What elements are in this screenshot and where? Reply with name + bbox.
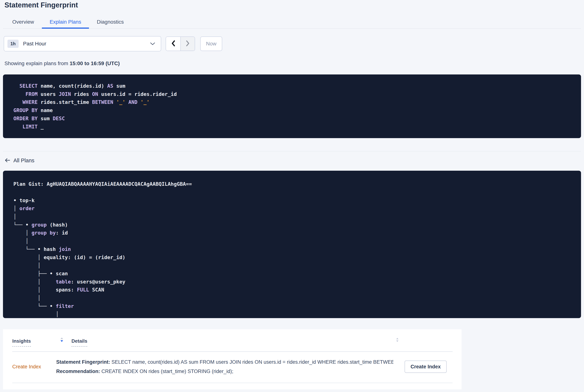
code-line: ORDER BY sum DESC (13, 114, 574, 123)
code-line: WHERE rides.start_time BETWEEN '_' AND '… (13, 98, 574, 106)
code-line: │ (13, 310, 571, 318)
column-header-details: Details (71, 338, 87, 346)
plan-gist-line: Plan Gist: AgHUAQIABQAAAAHYAQIAiAEAAAADC… (13, 180, 571, 188)
chevron-down-icon (150, 42, 155, 45)
statement-fingerprint-label: Statement Fingerprint: (56, 359, 110, 365)
arrow-left-icon (4, 158, 10, 164)
details-cell: Statement Fingerprint: SELECT name, coun… (56, 359, 393, 374)
sql-statement-block: SELECT name, count(rides.id) AS sum FROM… (3, 74, 581, 138)
chevron-left-icon (171, 40, 175, 48)
time-pager (166, 36, 195, 51)
time-interval-badge: 1h (7, 40, 18, 48)
code-line: FROM users JOIN rides ON users.id = ride… (13, 90, 574, 98)
chevron-right-icon (186, 40, 190, 48)
plan-tree: • top-k│ order│└── • group (hash) │ grou… (13, 196, 571, 318)
code-line: GROUP BY name (13, 106, 574, 114)
insights-column-label[interactable]: Insights (12, 338, 31, 346)
time-interval-label: Past Hour (23, 41, 46, 47)
code-line: └── • group (hash) (13, 221, 571, 229)
page-title: Statement Fingerprint (4, 1, 581, 9)
code-line: SELECT name, count(rides.id) AS sum (13, 82, 574, 90)
code-line: │ order (13, 204, 571, 212)
code-line (13, 188, 571, 196)
code-line: │ (13, 261, 571, 270)
insights-table-header: Insights Details (12, 338, 453, 346)
recommendation-label: Recommendation: (56, 368, 100, 374)
all-plans-link[interactable]: All Plans (4, 158, 34, 164)
recommendation-text: CREATE INDEX ON rides (start_time) STORI… (100, 368, 233, 374)
plan-gist-block: Plan Gist: AgHUAQIABQAAAAHYAQIAiAEAAAADC… (3, 171, 581, 318)
statement-fingerprint-text: SELECT name, count(rides.id) AS sum FROM… (110, 359, 393, 365)
next-time-button[interactable] (180, 37, 195, 51)
showing-plans-range: 15:00 to 16:59 (UTC) (70, 60, 120, 66)
code-line: • top-k (13, 196, 571, 204)
code-line: │ spans: FULL SCAN (13, 286, 571, 294)
code-line: ├── • scan (13, 270, 571, 278)
details-column-label[interactable]: Details (71, 338, 87, 346)
showing-plans-text: Showing explain plans from 15:00 to 16:5… (4, 60, 581, 67)
insights-card: Insights Details Create Index (3, 329, 462, 390)
code-line: │ table: users@users_pkey (13, 278, 571, 286)
section-divider (3, 151, 581, 152)
tab-explain-plans[interactable]: Explain Plans (42, 16, 89, 29)
tab-diagnostics[interactable]: Diagnostics (89, 16, 132, 29)
column-header-insights: Insights (12, 338, 56, 346)
code-line: └── • hash join (13, 245, 571, 253)
code-line: │ (13, 237, 571, 245)
code-line: │ (13, 212, 571, 221)
code-line: │ equality: (id) = (rider_id) (13, 253, 571, 262)
plan-gist-value: AgHUAQIABQAAAAHYAQIAiAEAAAADCQACAgAABQIL… (47, 181, 192, 187)
plan-gist-label: Plan Gist: (13, 181, 47, 187)
time-interval-dropdown[interactable]: 1h Past Hour (4, 36, 161, 51)
recommendation-line: Recommendation: CREATE INDEX ON rides (s… (56, 368, 393, 374)
code-line: LIMIT _ (13, 123, 574, 131)
now-button[interactable]: Now (200, 36, 222, 51)
statement-fingerprint-line: Statement Fingerprint: SELECT name, coun… (56, 359, 393, 365)
sort-desc-icon[interactable] (60, 337, 63, 343)
statement-fingerprint-page: Statement Fingerprint Overview Explain P… (0, 0, 584, 390)
all-plans-label: All Plans (13, 158, 34, 164)
sql-statement-code: SELECT name, count(rides.id) AS sum FROM… (13, 82, 574, 131)
table-row: Create Index Statement Fingerprint: SELE… (12, 352, 453, 383)
sort-icon[interactable] (396, 338, 399, 343)
code-line: │ group by: id (13, 229, 571, 237)
prev-time-button[interactable] (166, 37, 180, 51)
showing-plans-prefix: Showing explain plans from (4, 60, 70, 66)
tab-bar: Overview Explain Plans Diagnostics (3, 16, 581, 29)
code-line: └── • filter (13, 302, 571, 310)
time-controls: 1h Past Hour (4, 36, 581, 51)
code-line: │ (13, 294, 571, 302)
tab-overview[interactable]: Overview (4, 16, 42, 29)
create-index-button[interactable]: Create Index (405, 360, 447, 373)
insight-create-index-link[interactable]: Create Index (12, 364, 56, 370)
